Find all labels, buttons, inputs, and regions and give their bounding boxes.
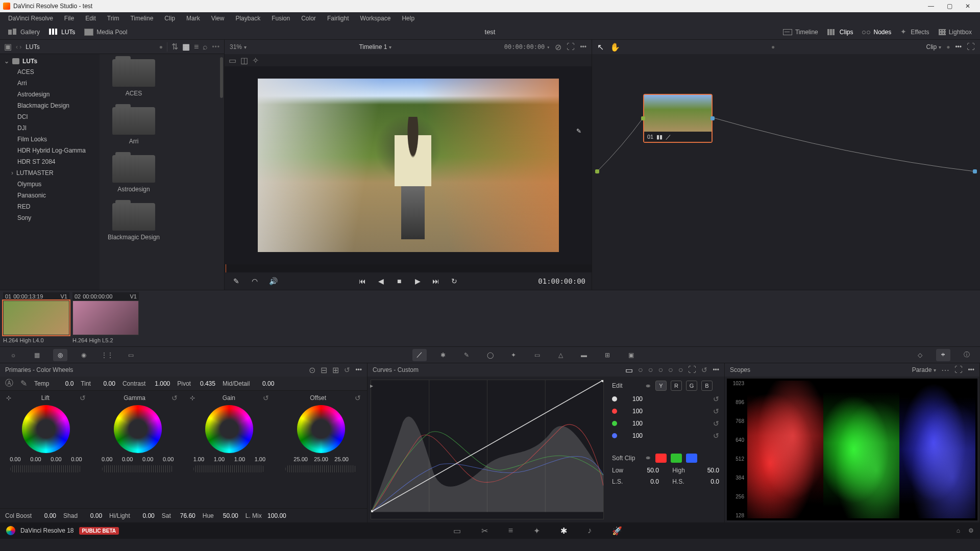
shad-param[interactable]: Shad0.00	[63, 512, 102, 519]
node-output-port[interactable]	[710, 116, 715, 120]
stop-button[interactable]: ■	[394, 276, 405, 287]
offset-jog[interactable]	[285, 465, 357, 472]
curves-mode-3-icon[interactable]: ○	[648, 365, 653, 374]
luts-tree-item[interactable]: Panasonic	[0, 190, 100, 201]
menu-help[interactable]: Help	[397, 14, 420, 23]
menu-workspace[interactable]: Workspace	[355, 14, 396, 23]
reset-icon[interactable]: ↺	[355, 394, 361, 402]
luts-tree-item[interactable]: Sony	[0, 212, 100, 223]
magic-icon[interactable]: ✧	[252, 56, 259, 65]
play-button[interactable]: ▶	[412, 276, 423, 287]
qualifier-icon[interactable]: ✎	[459, 349, 474, 361]
offset-wheel[interactable]	[297, 405, 345, 453]
keyframes-icon[interactable]: ◇	[913, 349, 927, 361]
channel-b-button[interactable]: B	[701, 381, 713, 391]
luts-toggle[interactable]: LUTs	[46, 28, 78, 37]
menu-clip[interactable]: Clip	[159, 14, 180, 23]
luts-tree[interactable]: ⌄LUTs ACES Arri Astrodesign Blackmagic D…	[0, 54, 100, 290]
channel-y-button[interactable]: Y	[655, 381, 667, 391]
reset-icon[interactable]: ↺	[80, 394, 86, 402]
windows-icon[interactable]: ◯	[483, 349, 497, 361]
scrollbar[interactable]	[220, 57, 223, 98]
viewer[interactable]: ✎	[225, 66, 592, 264]
scopes-icon[interactable]: ⫩	[936, 349, 950, 361]
luts-tree-item[interactable]: HDR ST 2084	[0, 156, 100, 167]
window-maximize-button[interactable]: ▢	[940, 0, 959, 12]
wheels-mode-icon[interactable]: ⊙	[309, 365, 315, 375]
luts-tree-item[interactable]: Arri	[0, 78, 100, 89]
nodes-mode-dropdown[interactable]: Clip	[926, 43, 941, 51]
info-icon[interactable]: ⓘ	[960, 349, 974, 361]
gain-jog[interactable]	[193, 465, 265, 472]
luts-tree-item[interactable]: RED	[0, 201, 100, 212]
nodes-options-icon[interactable]: •••	[955, 43, 962, 51]
auto-balance-icon[interactable]: Ⓐ	[5, 378, 13, 389]
clips-toggle[interactable]: Clips	[824, 28, 856, 37]
pick-white-icon[interactable]: ✎	[20, 379, 27, 388]
menu-view[interactable]: View	[206, 14, 230, 23]
scopes-mode-dropdown[interactable]: Parade	[912, 366, 937, 373]
nodes-expand-icon[interactable]: ⛶	[967, 42, 975, 52]
clip-thumbnail[interactable]: 0100:00:13:19V1 H.264 High L4.0	[3, 292, 69, 344]
menu-mark[interactable]: Mark	[181, 14, 205, 23]
zoom-dropdown[interactable]: 31%	[230, 43, 247, 51]
record-tc[interactable]: 01:00:00:00	[538, 277, 585, 285]
luts-tree-item[interactable]: Olympus	[0, 179, 100, 190]
playhead[interactable]	[226, 264, 226, 272]
luts-tree-item[interactable]: ACES	[0, 66, 100, 78]
curves-options-icon[interactable]: •••	[713, 366, 719, 373]
bars-mode-icon[interactable]: ⊟	[321, 365, 327, 375]
source-tc[interactable]: 00:00:00:00	[504, 43, 550, 51]
grid-view-icon[interactable]: ▦	[182, 42, 190, 52]
low-value[interactable]: 50.0	[641, 467, 659, 474]
nodes-toggle[interactable]: Nodes	[859, 28, 894, 37]
curve-handle-icon[interactable]: ▸	[370, 382, 373, 389]
menu-fusion[interactable]: Fusion	[266, 14, 295, 23]
curves-mode-1-icon[interactable]: ▭	[625, 365, 633, 375]
curves-mode-4-icon[interactable]: ○	[658, 365, 663, 374]
split-view-icon[interactable]: ◫	[240, 56, 248, 65]
link-icon[interactable]: ⚭	[645, 453, 651, 463]
camera-raw-icon[interactable]: ☼	[6, 349, 20, 361]
magic-mask-icon[interactable]: ▭	[530, 349, 544, 361]
luts-tree-item[interactable]: Blackmagic Design	[0, 100, 100, 111]
menu-fairlight[interactable]: Fairlight	[322, 14, 354, 23]
mute-icon[interactable]: 🔊	[267, 276, 279, 287]
softclip-g-button[interactable]	[671, 454, 682, 463]
effects-toggle[interactable]: Effects	[897, 28, 932, 37]
menu-file[interactable]: File	[59, 14, 79, 23]
qualifier-icon[interactable]: ◠	[249, 276, 260, 287]
project-settings-icon[interactable]: ⚙	[968, 527, 974, 534]
contrast-param[interactable]: Contrast1.000	[122, 380, 170, 387]
reset-icon[interactable]: ↺	[172, 394, 178, 402]
luts-thumbnails[interactable]: ACES Arri Astrodesign Blackmagic Design	[100, 54, 224, 290]
page-color-button[interactable]: ✱	[560, 526, 567, 536]
picker-icon[interactable]: ⊹	[190, 394, 195, 402]
curves-reset-icon[interactable]: ↺	[701, 366, 707, 374]
picker-icon[interactable]: ✎	[231, 276, 242, 287]
channel-r-button[interactable]: R	[671, 381, 682, 391]
lift-wheel[interactable]	[22, 405, 70, 453]
menu-timeline[interactable]: Timeline	[125, 14, 158, 23]
reset-icon[interactable]: ↺	[713, 419, 719, 428]
colboost-param[interactable]: Col Boost0.00	[5, 512, 56, 519]
loop-button[interactable]: ↻	[449, 276, 460, 287]
viewer-scrubber[interactable]	[225, 264, 592, 272]
more-icon[interactable]: •••	[212, 43, 220, 51]
intensity-row[interactable]: 100↺	[612, 407, 719, 415]
luts-tree-item[interactable]: Film Looks	[0, 134, 100, 145]
lmix-param[interactable]: L. Mix100.00	[246, 512, 286, 519]
reset-icon[interactable]: ↺	[713, 407, 719, 415]
mediapool-toggle[interactable]: Media Pool	[81, 28, 130, 37]
tracking-icon[interactable]: ✦	[506, 349, 521, 361]
motion-effects-icon[interactable]: ▭	[124, 349, 138, 361]
curves-mode-5-icon[interactable]: ○	[668, 365, 673, 374]
luts-tree-item[interactable]: DJI	[0, 122, 100, 134]
key-icon[interactable]: ▬	[577, 349, 591, 361]
lut-folder[interactable]: Blackmagic Design	[106, 203, 162, 241]
log-mode-icon[interactable]: ⊞	[332, 365, 339, 375]
color-wheels-icon[interactable]: ◎	[53, 349, 67, 361]
luts-tree-item[interactable]: HDR Hybrid Log-Gamma	[0, 145, 100, 156]
color-warper-icon[interactable]: ✱	[436, 349, 450, 361]
view-mode-icon[interactable]: ▭	[229, 56, 236, 65]
